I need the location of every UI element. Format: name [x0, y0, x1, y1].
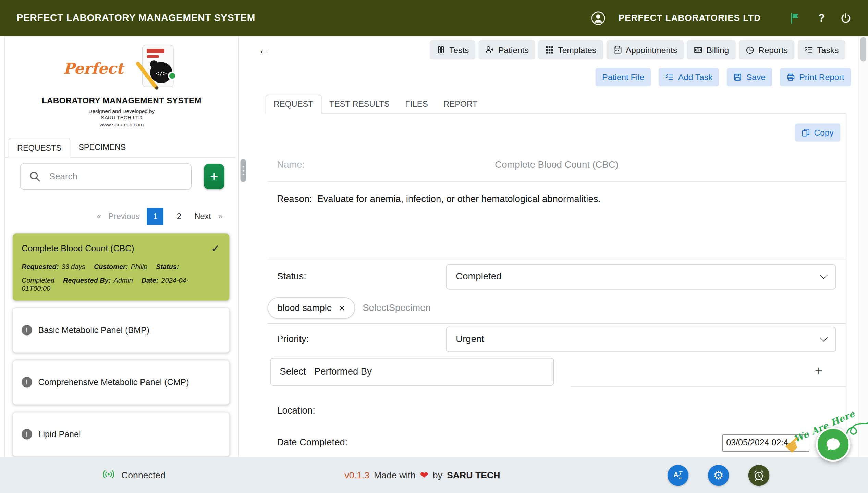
- translate-button[interactable]: Aa: [668, 465, 688, 485]
- specimen-select-placeholder[interactable]: SelectSpecimen: [363, 302, 431, 313]
- resizer-grip-icon[interactable]: [241, 159, 246, 182]
- app-body: Perfect </> LABORA: [0, 36, 868, 457]
- patient-file-button[interactable]: Patient File: [596, 68, 651, 86]
- sidebar-resizer[interactable]: [239, 36, 248, 457]
- gear-icon: ⚙: [713, 468, 723, 482]
- copy-button[interactable]: Copy: [795, 123, 840, 141]
- pagination-next[interactable]: Next: [195, 212, 211, 221]
- tab-test-results[interactable]: TEST RESULTS: [321, 95, 397, 113]
- heart-icon: ❤: [420, 469, 428, 481]
- request-card-cmp[interactable]: ! Comprehensive Metabolic Panel (CMP): [13, 360, 229, 404]
- signal-icon: [102, 468, 115, 482]
- footer-credits: v0.1.3 Made with ❤ by SARU TECH: [344, 469, 500, 481]
- print-report-button[interactable]: Print Report: [780, 68, 851, 86]
- back-arrow-icon[interactable]: ←: [258, 43, 271, 56]
- by-label: by: [433, 470, 442, 480]
- specimen-row: blood sample × SelectSpecimen: [268, 293, 846, 324]
- add-performer-icon[interactable]: +: [815, 363, 823, 378]
- version-label: v0.1.3: [344, 470, 369, 480]
- exclamation-icon: !: [22, 325, 32, 336]
- performed-by-add-area: +: [571, 355, 846, 387]
- nav-tests-button[interactable]: Tests: [430, 40, 475, 59]
- nav-templates-label: Templates: [558, 45, 596, 54]
- pagination-next-arrow[interactable]: »: [218, 212, 223, 221]
- credit-line-1: Designed and Developed by: [5, 108, 239, 114]
- nav-reports-button[interactable]: Reports: [739, 40, 794, 59]
- brand-name: LABORATORY MANAGEMENT SYSTEM: [5, 96, 239, 105]
- reminders-button[interactable]: [748, 465, 769, 485]
- sidebar-tabs: REQUESTS SPECIMENS: [5, 138, 235, 157]
- nav-tasks-button[interactable]: Tasks: [798, 40, 845, 59]
- nav-appointments-label: Appointments: [626, 45, 677, 54]
- pagination-prev-arrow[interactable]: «: [97, 212, 101, 221]
- search-input[interactable]: [20, 163, 192, 190]
- svg-text:</>: </>: [156, 69, 167, 77]
- pagination-previous[interactable]: Previous: [108, 212, 139, 221]
- flag-icon[interactable]: [790, 12, 800, 23]
- request-list: Complete Blood Count (CBC) ✓ Requested:3…: [13, 233, 229, 456]
- nav-patients-label: Patients: [498, 45, 529, 54]
- footer-actions: Aa ⚙: [668, 465, 769, 485]
- connection-status: Connected: [102, 468, 166, 482]
- footer-brand: SARU TECH: [447, 470, 500, 480]
- remove-specimen-icon[interactable]: ×: [339, 303, 345, 313]
- power-icon[interactable]: [840, 12, 851, 23]
- brand-credits: Designed and Developed by SARU TECH LTD …: [5, 108, 239, 128]
- status-select[interactable]: Completed: [446, 264, 836, 289]
- search-box: [20, 163, 192, 190]
- nav-reports-label: Reports: [758, 45, 788, 54]
- request-card-bmp[interactable]: ! Basic Metabolic Panel (BMP): [13, 308, 229, 352]
- nav-appointments-button[interactable]: Appointments: [606, 40, 684, 59]
- app-root: PERFECT LABORATORY MANAGEMENT SYSTEM PER…: [0, 0, 868, 493]
- performed-by-label: Performed By: [314, 366, 372, 377]
- settings-button[interactable]: ⚙: [708, 465, 729, 485]
- chat-bubble-button[interactable]: [816, 427, 850, 462]
- scrollbar-thumb[interactable]: [860, 37, 866, 61]
- name-value: Complete Blood Count (CBC): [495, 160, 618, 170]
- nav-billing-button[interactable]: Billing: [687, 40, 735, 59]
- tab-request[interactable]: REQUEST: [265, 94, 321, 114]
- search-icon: [29, 171, 40, 184]
- svg-text:A: A: [674, 471, 678, 478]
- request-card-lipid[interactable]: ! Lipid Panel: [13, 412, 229, 456]
- print-report-label: Print Report: [799, 73, 844, 82]
- priority-select[interactable]: Urgent: [446, 327, 836, 352]
- made-with-label: Made with: [374, 470, 416, 480]
- request-title: Complete Blood Count (CBC): [22, 243, 134, 253]
- save-button[interactable]: Save: [727, 68, 772, 86]
- save-label: Save: [746, 73, 766, 82]
- reason-field[interactable]: Reason:Evaluate for anemia, infection, o…: [268, 182, 846, 260]
- user-avatar-icon[interactable]: [591, 11, 605, 25]
- tab-requests[interactable]: REQUESTS: [8, 138, 70, 157]
- request-card-selected[interactable]: Complete Blood Count (CBC) ✓ Requested:3…: [13, 233, 229, 301]
- add-task-button[interactable]: Add Task: [659, 68, 719, 86]
- topbar: PERFECT LABORATORY MANAGEMENT SYSTEM PER…: [0, 0, 868, 36]
- reason-label: Reason:: [277, 194, 312, 204]
- exclamation-icon: !: [22, 377, 32, 388]
- chat-widget: We Are Here ☛: [784, 406, 868, 471]
- pagination: « Previous 1 2 Next »: [5, 208, 223, 224]
- location-row: Location:: [268, 390, 846, 427]
- status-value: Completed: [456, 271, 501, 282]
- performed-by-select[interactable]: Select Performed By: [270, 358, 554, 386]
- specimen-chip[interactable]: blood sample ×: [268, 297, 355, 319]
- pagination-page-2[interactable]: 2: [171, 208, 187, 224]
- company-name: PERFECT LABORATORIES LTD: [619, 13, 761, 23]
- action-bar: Patient File Add Task Save Print Report: [256, 68, 851, 86]
- performed-by-prefix: Select: [280, 366, 306, 377]
- add-request-button[interactable]: +: [204, 164, 224, 189]
- brand-logo: </>: [129, 44, 180, 92]
- nav-templates-button[interactable]: Templates: [539, 40, 603, 59]
- reason-value: Evaluate for anemia, infection, or other…: [317, 194, 601, 204]
- tab-report[interactable]: REPORT: [436, 95, 485, 113]
- chevron-down-icon: [820, 271, 828, 279]
- help-icon[interactable]: ?: [818, 12, 825, 24]
- footer: Connected v0.1.3 Made with ❤ by SARU TEC…: [0, 457, 868, 493]
- main-panel: ← Tests Patients Templates: [248, 36, 858, 457]
- nav-patients-button[interactable]: Patients: [479, 40, 535, 59]
- pagination-page-1[interactable]: 1: [147, 208, 163, 224]
- vertical-scrollbar[interactable]: [859, 36, 868, 457]
- tab-files[interactable]: FILES: [398, 95, 436, 113]
- add-task-label: Add Task: [678, 73, 713, 82]
- tab-specimens[interactable]: SPECIMENS: [70, 138, 134, 157]
